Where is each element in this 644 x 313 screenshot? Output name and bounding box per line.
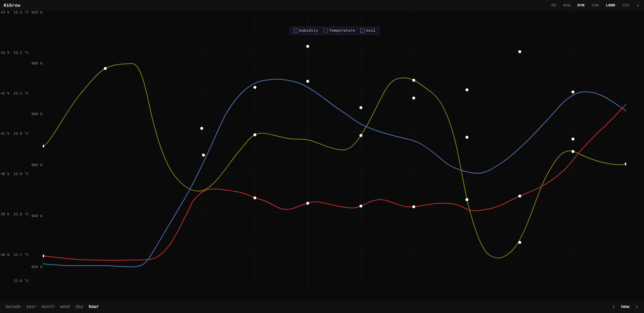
time-range-items: decade year month week day hour (5, 304, 99, 309)
range-hour[interactable]: hour (89, 304, 99, 309)
svg-point-32 (253, 86, 256, 89)
y-temp-233: 23.3 °C (14, 11, 29, 15)
nav-right: ‹ now › (612, 303, 639, 311)
humidity-checkbox[interactable]: ✓ (293, 29, 298, 33)
y-temp-230: 23.0 °C (14, 132, 29, 136)
hd-button[interactable]: HD (550, 2, 558, 8)
svg-point-39 (572, 138, 574, 140)
header-right: HD RAW DYN CON LGND CSV ✕ (550, 2, 640, 9)
legend-soil[interactable]: ✓ Soil (361, 29, 376, 33)
svg-point-45 (412, 205, 415, 208)
chart-svg: .grid-line { stroke: #222; stroke-width:… (43, 11, 626, 293)
svg-point-22 (200, 127, 203, 130)
svg-point-47 (518, 195, 521, 197)
y-temp-229: 22.9 °C (14, 172, 29, 176)
svg-point-43 (306, 202, 309, 205)
y-axis-container: 44 % 43 % 42 % 41 % 40 % 39 % 38 % 23.3 … (0, 11, 43, 293)
y-humidity-38: 38 % (1, 253, 9, 257)
svg-point-29 (572, 150, 574, 153)
close-button[interactable]: ✕ (635, 2, 640, 9)
y-humidity-41: 41 % (1, 132, 9, 136)
header-left: HiGrow (4, 3, 20, 8)
y-temp-226: 22.6 °C (14, 279, 29, 283)
svg-point-46 (466, 198, 468, 201)
svg-point-42 (253, 196, 256, 199)
next-arrow[interactable]: › (635, 303, 639, 311)
svg-point-24 (306, 45, 309, 48)
range-week[interactable]: week (60, 304, 70, 309)
temperature-checkbox[interactable]: ✓ (323, 29, 328, 33)
legend: ✓ Humidity ✓ Temperature ✓ Soil (290, 27, 379, 35)
svg-point-21 (104, 67, 107, 70)
y-soil-820: 820 % (31, 265, 42, 269)
csv-button[interactable]: CSV (621, 2, 631, 8)
chart-area: .grid-line { stroke: #222; stroke-width:… (43, 11, 626, 293)
header: HiGrow HD RAW DYN CON LGND CSV ✕ (0, 0, 644, 11)
con-button[interactable]: CON (590, 2, 600, 8)
y-humidity-43: 43 % (1, 51, 9, 55)
svg-point-36 (466, 136, 468, 139)
legend-temperature[interactable]: ✓ Temperature (323, 29, 355, 33)
range-decade[interactable]: decade (5, 304, 21, 309)
y-temp-231: 23.1 °C (14, 92, 29, 96)
legend-humidity[interactable]: ✓ Humidity (293, 29, 318, 33)
raw-button[interactable]: RAW (562, 2, 572, 8)
prev-arrow[interactable]: ‹ (612, 303, 616, 311)
svg-point-44 (359, 205, 362, 207)
y-soil-860: 860 % (31, 163, 42, 167)
svg-point-23 (253, 133, 256, 136)
svg-point-38 (518, 50, 521, 53)
range-year[interactable]: year (26, 304, 36, 309)
range-month[interactable]: month (42, 304, 55, 309)
svg-point-37 (466, 88, 468, 91)
lgnd-button[interactable]: LGND (604, 2, 617, 8)
now-label[interactable]: now (621, 304, 629, 309)
y-humidity-42: 42 % (1, 92, 9, 96)
y-humidity-44: 44 % (1, 11, 9, 15)
svg-point-33 (306, 80, 309, 83)
bottom-nav: decade year month week day hour ‹ now › (0, 301, 644, 313)
soil-checkbox[interactable]: ✓ (361, 29, 365, 33)
app-title: HiGrow (4, 3, 20, 8)
y-humidity-40: 40 % (1, 172, 9, 176)
y-soil-920: 920 % (31, 11, 42, 15)
y-temp-228: 22.8 °C (14, 212, 29, 216)
temperature-label: Temperature (329, 29, 355, 33)
svg-point-26 (412, 79, 415, 82)
svg-point-41 (43, 255, 44, 257)
y-humidity-39: 39 % (1, 212, 9, 216)
svg-point-25 (359, 134, 362, 137)
svg-point-35 (412, 97, 415, 99)
svg-point-28 (518, 241, 521, 244)
svg-point-34 (359, 106, 362, 109)
humidity-label: Humidity (299, 29, 318, 33)
y-temp-232: 23.2 °C (14, 51, 29, 55)
soil-label: Soil (366, 29, 376, 33)
dyn-button[interactable]: DYN (576, 2, 586, 8)
y-temp-227: 22.7 °C (14, 253, 29, 257)
svg-point-31 (202, 154, 205, 156)
svg-point-30 (625, 163, 626, 165)
svg-point-20 (43, 145, 44, 148)
svg-point-40 (572, 91, 574, 93)
y-soil-880: 880 % (31, 112, 42, 116)
range-day[interactable]: day (76, 304, 84, 309)
y-soil-900: 900 % (31, 62, 42, 66)
y-soil-840: 840 % (31, 214, 42, 218)
